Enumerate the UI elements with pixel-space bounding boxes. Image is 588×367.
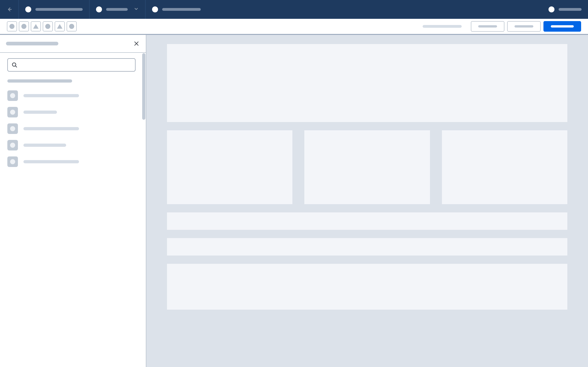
item-icon	[7, 107, 18, 117]
circle-icon	[45, 24, 50, 29]
item-icon	[7, 140, 18, 150]
chevron-down-icon	[134, 6, 139, 12]
nav-dot-icon	[25, 6, 31, 12]
search-input[interactable]	[17, 62, 131, 68]
tool-button-1[interactable]	[19, 21, 29, 31]
hero-card	[167, 44, 567, 122]
search-box[interactable]	[7, 58, 136, 72]
list-item-label	[23, 160, 79, 163]
sidebar	[0, 35, 146, 367]
content-bar	[167, 238, 567, 256]
triangle-icon	[57, 24, 62, 29]
arrow-left-icon	[6, 6, 12, 13]
tool-button-3[interactable]	[43, 21, 53, 31]
list-item[interactable]	[7, 140, 138, 150]
list-item[interactable]	[7, 123, 138, 134]
nav-item-1[interactable]	[90, 0, 146, 19]
item-icon	[7, 90, 18, 101]
list-item[interactable]	[7, 107, 138, 117]
toolbar-button-1[interactable]	[471, 21, 504, 32]
svg-line-4	[15, 66, 17, 67]
content-card-wide	[167, 264, 567, 310]
item-icon	[7, 156, 18, 167]
section-label	[7, 79, 72, 83]
back-button[interactable]	[0, 0, 19, 19]
card-row	[167, 130, 567, 204]
top-nav	[0, 0, 588, 19]
search-icon	[11, 62, 17, 68]
nav-user[interactable]	[542, 6, 588, 12]
toolbar-status-text	[423, 25, 462, 28]
tool-button-0[interactable]	[7, 21, 17, 31]
toolbar	[0, 19, 588, 35]
list-item-label	[23, 94, 79, 97]
avatar-icon	[548, 6, 554, 12]
sidebar-title	[6, 42, 58, 45]
nav-item-2[interactable]	[146, 0, 207, 19]
nav-item-label	[106, 8, 128, 11]
tool-button-2[interactable]	[31, 21, 41, 31]
tool-button-5[interactable]	[67, 21, 77, 31]
toolbar-primary-button[interactable]	[544, 21, 581, 32]
content-card	[304, 130, 430, 204]
main-content	[146, 35, 588, 367]
sidebar-header	[0, 35, 146, 53]
close-icon	[133, 41, 139, 47]
list-item-label	[23, 144, 66, 147]
nav-dot-icon	[152, 6, 158, 12]
sidebar-content	[0, 53, 146, 367]
list-item[interactable]	[7, 90, 138, 101]
list-item[interactable]	[7, 156, 138, 167]
content-bar	[167, 212, 567, 230]
triangle-icon	[33, 24, 39, 29]
circle-icon	[21, 24, 26, 29]
tool-button-4[interactable]	[55, 21, 65, 31]
nav-item-label	[35, 8, 83, 11]
content-card	[442, 130, 567, 204]
item-icon	[7, 123, 18, 134]
toolbar-button-2[interactable]	[507, 21, 541, 32]
list-item-label	[23, 110, 57, 114]
list-item-label	[23, 127, 79, 130]
circle-icon	[9, 24, 15, 29]
nav-item-label	[162, 8, 201, 11]
nav-dot-icon	[96, 6, 102, 12]
circle-icon	[69, 24, 74, 29]
content-card	[167, 130, 292, 204]
nav-user-label	[559, 8, 582, 11]
close-button[interactable]	[133, 40, 140, 47]
nav-item-0[interactable]	[19, 0, 90, 19]
